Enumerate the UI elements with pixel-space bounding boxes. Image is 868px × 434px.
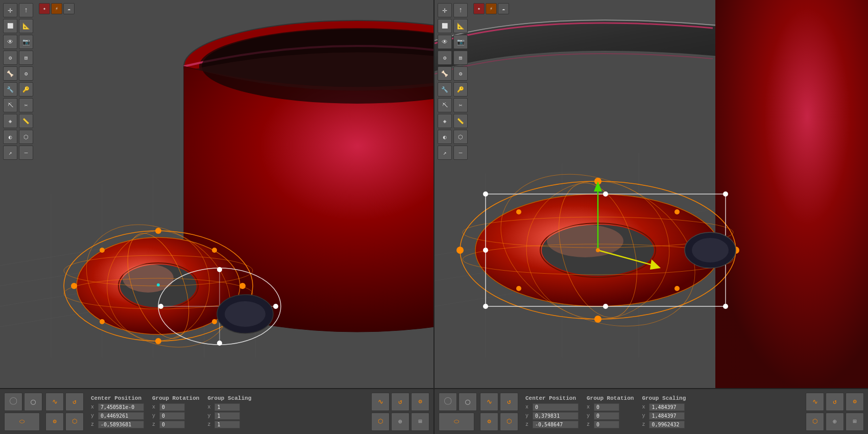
left-cp-x-input[interactable]: [98, 403, 144, 411]
measure-icon[interactable]: 📐: [19, 19, 33, 33]
right-joint-bottom-icon[interactable]: ⚙: [480, 413, 498, 431]
right-cp-y-input[interactable]: [533, 412, 578, 420]
right-tool8-icon[interactable]: ⬡: [453, 130, 468, 144]
right-gr-z-input[interactable]: [594, 421, 619, 428]
tool5-icon[interactable]: ◈: [3, 114, 17, 128]
left-cp-z-input[interactable]: [98, 421, 144, 428]
right-tool1-icon[interactable]: 🔧: [438, 82, 452, 97]
right-gs-y-input[interactable]: [649, 412, 685, 420]
tool6-icon[interactable]: 📏: [19, 114, 33, 128]
tool3-icon[interactable]: ⛏: [3, 98, 17, 112]
rig-icon[interactable]: ⚙: [3, 51, 17, 65]
right-measure-icon[interactable]: 📐: [453, 19, 468, 33]
right-select-rect-icon[interactable]: ⬜: [438, 19, 452, 33]
bone-icon[interactable]: 🦴: [3, 66, 17, 81]
right-tool3-icon[interactable]: ⛏: [438, 98, 452, 112]
left-group-rotation-panel: Group Rotation x y z: [152, 395, 199, 428]
grid-icon[interactable]: ⊞: [19, 51, 33, 65]
eye-icon[interactable]: 👁: [3, 35, 17, 49]
left-scene-svg: [0, 0, 433, 434]
left-gr-x-input[interactable]: [159, 403, 185, 411]
right-joint-icon[interactable]: ⚙: [453, 66, 468, 81]
left-gr-z-input[interactable]: [159, 421, 185, 428]
right-header-icon1[interactable]: ✦: [473, 3, 485, 14]
tool8-icon[interactable]: ⬡: [19, 130, 33, 144]
right-rig-icon[interactable]: ⚙: [438, 51, 452, 65]
right-oval-icon[interactable]: ◯: [459, 393, 477, 411]
right-camera-icon[interactable]: 📷: [453, 35, 468, 49]
weight-icon[interactable]: ⊕: [391, 413, 409, 431]
right-move-tool-icon[interactable]: ✛: [438, 3, 452, 17]
right-gs-z-input[interactable]: [649, 421, 685, 428]
svg-point-28: [100, 248, 105, 253]
joint-icon[interactable]: ⚙: [19, 66, 33, 81]
right-gr-x-input[interactable]: [594, 403, 619, 411]
select-rect-icon[interactable]: ⬜: [3, 19, 17, 33]
right-connect-icon[interactable]: ⬡: [500, 413, 518, 431]
right-tool6-icon[interactable]: 📏: [453, 114, 468, 128]
right-grid-icon[interactable]: ⊞: [453, 51, 468, 65]
right-sym-icon[interactable]: ⚙: [846, 393, 864, 411]
left-header-icon3[interactable]: ☁: [63, 3, 75, 14]
right-gr-y-input[interactable]: [594, 412, 619, 420]
left-cp-y-input[interactable]: [98, 412, 144, 420]
left-gr-y-input[interactable]: [159, 412, 185, 420]
right-tool9-icon[interactable]: ↗: [438, 146, 452, 160]
right-curve-icon[interactable]: ∿: [480, 393, 498, 411]
tool1-icon[interactable]: 🔧: [3, 82, 17, 97]
right-tool10-icon[interactable]: —: [453, 146, 468, 160]
right-tool4-icon[interactable]: ✂: [453, 98, 468, 112]
tool10-icon[interactable]: —: [19, 146, 33, 160]
right-spline-icon[interactable]: 〇: [439, 393, 457, 411]
oval-icon[interactable]: ◯: [24, 393, 42, 411]
tool2-icon[interactable]: 🔑: [19, 82, 33, 97]
left-group-scale-label: Group Scaling: [207, 395, 251, 401]
ik-icon[interactable]: ∿: [371, 393, 390, 411]
joint-bottom-icon[interactable]: ⚙: [45, 413, 64, 431]
capsule-icon[interactable]: ⬭: [4, 413, 40, 431]
right-tool7-icon[interactable]: ◐: [438, 130, 452, 144]
right-fk-icon[interactable]: ↺: [826, 393, 844, 411]
left-cp-z-label: z: [91, 422, 96, 427]
tool9-icon[interactable]: ↗: [3, 146, 17, 160]
right-cp-x-input[interactable]: [533, 403, 578, 411]
left-header-icon2[interactable]: ⚡: [51, 3, 62, 14]
right-bind-icon[interactable]: ⊞: [846, 413, 864, 431]
right-bone-icon[interactable]: 🦴: [438, 66, 452, 81]
right-cp-z-input[interactable]: [533, 421, 578, 428]
right-gs-x-input[interactable]: [649, 403, 685, 411]
move-tool-icon[interactable]: ✛: [3, 3, 17, 17]
right-header-icon2[interactable]: ⚡: [486, 3, 497, 14]
fk-icon[interactable]: ↺: [391, 393, 409, 411]
right-tool5-icon[interactable]: ◈: [438, 114, 452, 128]
tool4-icon[interactable]: ✂: [19, 98, 33, 112]
tool7-icon[interactable]: ◐: [3, 130, 17, 144]
right-header-icon3[interactable]: ☁: [498, 3, 509, 14]
sym-icon[interactable]: ⚙: [411, 393, 429, 411]
left-bottom-tools2: ∿ ↺ ⚙ ⬡: [45, 393, 84, 431]
right-pointer-tool-icon[interactable]: ↑: [453, 3, 468, 17]
svg-point-29: [212, 248, 217, 253]
pointer-tool-icon[interactable]: ↑: [19, 3, 33, 17]
right-magnet-icon[interactable]: ⬡: [806, 413, 824, 431]
right-info-panels: Center Position x y z: [525, 395, 686, 428]
magnet-icon[interactable]: ⬡: [371, 413, 390, 431]
curve-icon[interactable]: ∿: [45, 393, 64, 411]
connect-icon[interactable]: ⬡: [65, 413, 84, 431]
left-header-icon1[interactable]: ✦: [39, 3, 50, 14]
right-eye-icon[interactable]: 👁: [438, 35, 452, 49]
svg-point-67: [674, 209, 680, 214]
right-tool2-icon[interactable]: 🔑: [453, 82, 468, 97]
left-bottom-bar: 〇 ◯ ⬭ ∿ ↺ ⚙ ⬡: [0, 388, 433, 434]
left-gs-y-input[interactable]: [214, 412, 240, 420]
right-loop-icon[interactable]: ↺: [500, 393, 518, 411]
camera-icon[interactable]: 📷: [19, 35, 33, 49]
spline-icon[interactable]: 〇: [4, 393, 22, 411]
right-ik-icon[interactable]: ∿: [806, 393, 824, 411]
right-weight-icon[interactable]: ⊕: [826, 413, 844, 431]
left-gs-x-input[interactable]: [214, 403, 240, 411]
bind-icon[interactable]: ⊞: [411, 413, 429, 431]
loop-icon[interactable]: ↺: [65, 393, 84, 411]
right-capsule-icon[interactable]: ⬭: [439, 413, 474, 431]
left-gs-z-input[interactable]: [214, 421, 240, 428]
